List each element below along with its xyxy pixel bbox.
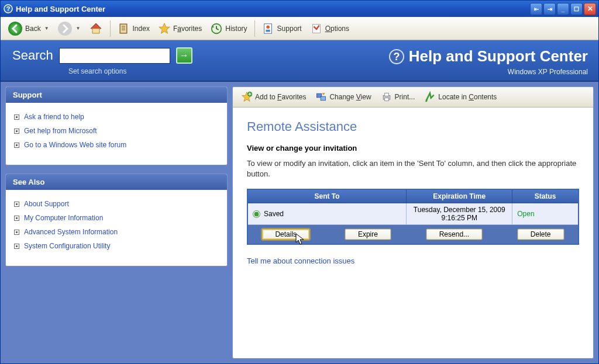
toolbar-separator	[254, 20, 255, 37]
delete-button[interactable]: Delete	[517, 228, 564, 240]
minimize-button[interactable]: _	[557, 3, 569, 15]
print-button[interactable]: Print...	[377, 89, 419, 105]
star-icon	[158, 22, 171, 35]
resend-button[interactable]: Resend...	[426, 228, 483, 240]
help-support-window: ? Help and Support Center ⇤ ⇥ _ ☐ ✕ Back…	[0, 0, 599, 364]
col-status: Status	[512, 189, 579, 203]
connection-issues-link[interactable]: Tell me about connection issues	[247, 256, 354, 265]
about-support-link[interactable]: About Support	[24, 200, 69, 208]
list-item: Go to a Windows Web site forum	[14, 138, 219, 152]
content-subheading: View or change your invitation	[247, 144, 579, 152]
support-button[interactable]: Support	[259, 20, 305, 37]
list-item: Ask a friend to help	[14, 110, 219, 124]
get-help-microsoft-link[interactable]: Get help from Microsoft	[24, 127, 97, 135]
col-sent-to: Sent To	[247, 189, 407, 203]
search-go-button[interactable]: →	[176, 47, 192, 64]
toolbar-separator	[110, 20, 111, 37]
content-heading: Remote Assistance	[247, 119, 579, 134]
body-area: Support Ask a friend to help Get help fr…	[1, 82, 598, 363]
history-button[interactable]: History	[206, 20, 250, 37]
panel-header-support: Support	[6, 87, 227, 103]
titlebar: ? Help and Support Center ⇤ ⇥ _ ☐ ✕	[1, 1, 598, 17]
locate-in-contents-button[interactable]: Locate in Contents	[421, 89, 500, 105]
bullet-icon	[14, 244, 19, 249]
dock-left-button[interactable]: ⇤	[530, 3, 542, 15]
arrow-right-icon: →	[180, 50, 189, 61]
svg-rect-21	[384, 98, 388, 101]
print-label: Print...	[395, 93, 415, 101]
add-fav-label: Add to Favorites	[255, 93, 306, 101]
search-left: Search → Set search options	[12, 47, 192, 75]
dock-right-button[interactable]: ⇥	[543, 3, 556, 15]
button-row: Details Expire Resend... Delete	[247, 225, 579, 245]
bullet-icon	[14, 202, 19, 207]
panel-header-seealso: See Also	[6, 174, 227, 190]
maximize-button[interactable]: ☐	[570, 3, 583, 15]
list-item: Advanced System Information	[14, 225, 219, 239]
star-plus-icon	[241, 91, 253, 103]
bullet-icon	[14, 230, 19, 235]
search-label: Search	[12, 48, 53, 63]
content-body: Remote Assistance View or change your in…	[233, 108, 593, 277]
favorites-button[interactable]: Favorites	[154, 20, 205, 37]
options-label: Options	[325, 25, 349, 33]
col-expiration: Expiration Time	[407, 189, 512, 203]
add-to-favorites-button[interactable]: Add to Favorites	[237, 89, 309, 105]
expiration-value: Tuesday, December 15, 2009 9:16:25 PM	[407, 203, 512, 225]
back-label: Back	[25, 25, 41, 33]
favorites-label: Favorites	[173, 25, 202, 33]
set-search-options-link[interactable]: Set search options	[68, 67, 192, 75]
list-item: About Support	[14, 197, 219, 211]
svg-point-3	[58, 22, 72, 36]
list-item: System Configuration Utility	[14, 239, 219, 253]
content-toolbar: Add to Favorites Change View Print...	[233, 87, 593, 108]
forward-icon	[57, 21, 73, 36]
my-computer-info-link[interactable]: My Computer Information	[24, 214, 103, 222]
left-column: Support Ask a friend to help Get help fr…	[5, 86, 228, 359]
svg-text:?: ?	[393, 51, 400, 63]
svg-text:?: ?	[6, 5, 11, 12]
advanced-system-info-link[interactable]: Advanced System Information	[24, 228, 118, 236]
change-view-icon	[315, 91, 327, 103]
system-config-utility-link[interactable]: System Configuration Utility	[24, 242, 110, 250]
back-button[interactable]: Back ▼	[4, 19, 53, 38]
list-item: Get help from Microsoft	[14, 124, 219, 138]
options-button[interactable]: Options	[307, 20, 353, 37]
home-icon	[89, 22, 103, 36]
bullet-icon	[14, 115, 19, 120]
forward-button[interactable]: ▼	[54, 19, 84, 38]
home-button[interactable]	[85, 20, 106, 37]
list-item: My Computer Information	[14, 211, 219, 225]
navigation-toolbar: Back ▼ ▼ Index Favorites	[1, 17, 598, 40]
close-button[interactable]: ✕	[584, 3, 596, 15]
search-header: Search → Set search options ? Help and S…	[1, 40, 598, 82]
svg-point-11	[266, 25, 270, 29]
locate-label: Locate in Contents	[438, 93, 497, 101]
back-icon	[8, 21, 23, 36]
change-view-label: Change View	[329, 93, 371, 101]
support-panel: Support Ask a friend to help Get help fr…	[5, 86, 228, 165]
dropdown-icon: ▼	[76, 26, 81, 31]
invitation-radio[interactable]	[253, 210, 260, 218]
index-icon	[118, 22, 130, 35]
search-input[interactable]	[59, 48, 170, 64]
history-label: History	[225, 25, 247, 33]
bullet-icon	[14, 129, 19, 134]
locate-icon	[424, 91, 436, 103]
svg-rect-5	[121, 25, 126, 33]
window-title: Help and Support Center	[16, 5, 530, 13]
window-buttons: ⇤ ⇥ _ ☐ ✕	[530, 3, 596, 15]
table-row[interactable]: Saved Tuesday, December 15, 2009 9:16:25…	[247, 203, 579, 225]
options-icon	[310, 22, 323, 35]
details-button[interactable]: Details	[261, 228, 310, 240]
index-button[interactable]: Index	[114, 20, 153, 37]
ask-friend-link[interactable]: Ask a friend to help	[24, 113, 84, 121]
index-label: Index	[133, 25, 150, 33]
status-value: Open	[512, 203, 579, 225]
windows-forum-link[interactable]: Go to a Windows Web site forum	[24, 141, 126, 149]
sent-to-value: Saved	[264, 210, 284, 218]
invitations-table: Sent To Expiration Time Status Saved	[247, 189, 579, 245]
change-view-button[interactable]: Change View	[312, 89, 374, 105]
expire-button[interactable]: Expire	[345, 228, 391, 240]
printer-icon	[381, 91, 393, 103]
